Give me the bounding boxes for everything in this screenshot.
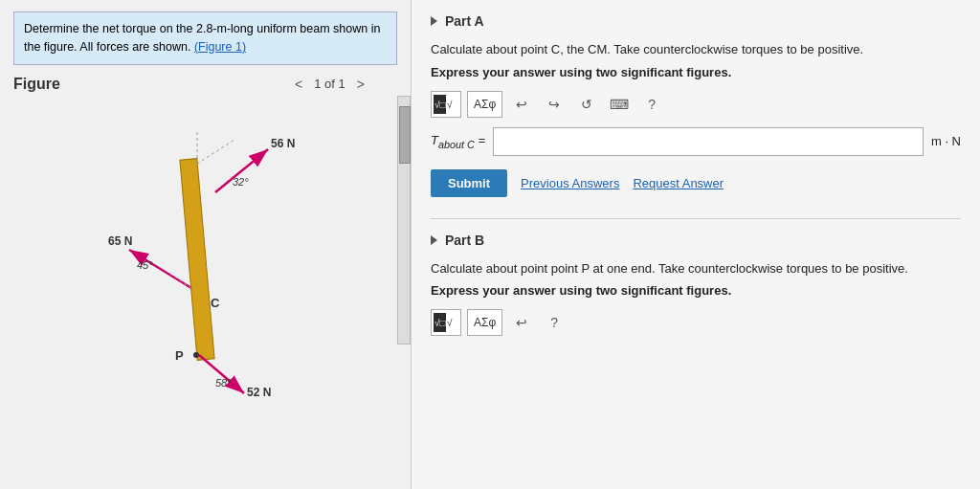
- sigma-icon-box[interactable]: AΣφ: [467, 91, 502, 118]
- part-b-sigma-icon-box[interactable]: AΣφ: [467, 309, 502, 336]
- svg-text:45°: 45°: [137, 259, 153, 271]
- next-figure-button[interactable]: >: [353, 75, 368, 94]
- keyboard-icon: ⌨: [610, 97, 629, 112]
- previous-answers-button[interactable]: Previous Answers: [521, 176, 619, 190]
- svg-text:√□: √□: [434, 318, 446, 328]
- part-b-toolbar: √□ √ AΣφ ↩ ?: [431, 309, 961, 336]
- refresh-icon: ↺: [581, 97, 592, 112]
- part-a-instruction: Express your answer using two significan…: [431, 65, 961, 79]
- part-b-formula-icon-box[interactable]: √□ √: [431, 309, 461, 336]
- part-a-label: Part A: [445, 13, 484, 29]
- part-a-action-row: Submit Previous Answers Request Answer: [431, 169, 961, 197]
- part-b-undo-button[interactable]: ↩: [508, 309, 535, 336]
- undo-icon: ↩: [516, 97, 527, 112]
- sigma-icon: AΣφ: [474, 98, 496, 111]
- part-a-answer-row: Tabout C = m · N: [431, 127, 961, 156]
- figure-diagram: 32° 56 N 65 N 45° C P 52 N 58°: [24, 101, 388, 408]
- part-b-header: Part B: [431, 233, 961, 248]
- prev-figure-button[interactable]: <: [291, 75, 306, 94]
- svg-text:56 N: 56 N: [271, 137, 295, 150]
- part-a-answer-input[interactable]: [493, 127, 924, 156]
- left-panel: Determine the net torque on the 2.8-m-lo…: [0, 0, 412, 489]
- part-a-toolbar: √□ √ AΣφ ↩ ↪ ↺ ⌨ ?: [431, 91, 961, 118]
- part-b-help-button[interactable]: ?: [541, 309, 568, 336]
- part-a-answer-label: Tabout C =: [431, 133, 485, 150]
- help-icon: ?: [648, 97, 656, 112]
- svg-text:C: C: [211, 296, 220, 310]
- help-button[interactable]: ?: [638, 91, 665, 118]
- svg-rect-0: [179, 158, 213, 360]
- figure-link[interactable]: (Figure 1): [194, 40, 246, 54]
- request-answer-button[interactable]: Request Answer: [633, 176, 724, 190]
- part-b-toggle[interactable]: [431, 235, 437, 245]
- figure-scrollbar[interactable]: [397, 96, 411, 345]
- part-b-instruction: Express your answer using two significan…: [431, 283, 961, 298]
- redo-button[interactable]: ↪: [541, 91, 568, 118]
- figure-nav-label: 1 of 1: [314, 77, 345, 91]
- formula-icon: √□ √: [434, 95, 458, 114]
- section-divider: [431, 218, 961, 219]
- svg-text:√: √: [447, 100, 453, 110]
- svg-text:32°: 32°: [233, 176, 249, 188]
- svg-text:52 N: 52 N: [247, 386, 271, 399]
- figure-canvas: 32° 56 N 65 N 45° C P 52 N 58°: [24, 101, 388, 408]
- scrollbar-thumb[interactable]: [399, 106, 411, 164]
- figure-nav: < 1 of 1 >: [291, 75, 397, 94]
- problem-statement: Determine the net torque on the 2.8-m-lo…: [13, 11, 397, 65]
- undo-button[interactable]: ↩: [508, 91, 535, 118]
- svg-point-9: [193, 352, 199, 358]
- svg-text:√□: √□: [434, 100, 446, 110]
- svg-text:58°: 58°: [215, 377, 232, 389]
- svg-text:P: P: [175, 348, 184, 363]
- part-a-description: Calculate about point C, the CM. Take co…: [431, 40, 961, 59]
- submit-button[interactable]: Submit: [431, 169, 507, 197]
- part-a-header: Part A: [431, 13, 961, 29]
- svg-line-14: [197, 140, 234, 164]
- keyboard-button[interactable]: ⌨: [606, 91, 633, 118]
- svg-text:√: √: [447, 318, 453, 328]
- refresh-button[interactable]: ↺: [573, 91, 600, 118]
- figure-label: Figure: [13, 76, 60, 93]
- part-b-sigma-icon: AΣφ: [474, 316, 496, 329]
- formula-icon-box[interactable]: √□ √: [431, 91, 461, 118]
- part-b-description: Calculate about point point P at one end…: [431, 259, 961, 278]
- svg-text:65 N: 65 N: [108, 234, 132, 248]
- redo-icon: ↪: [548, 97, 560, 112]
- right-panel: Part A Calculate about point C, the CM. …: [412, 0, 980, 489]
- part-b-label: Part B: [445, 233, 484, 248]
- part-a-unit: m · N: [931, 134, 961, 148]
- part-a-toggle[interactable]: [431, 16, 437, 26]
